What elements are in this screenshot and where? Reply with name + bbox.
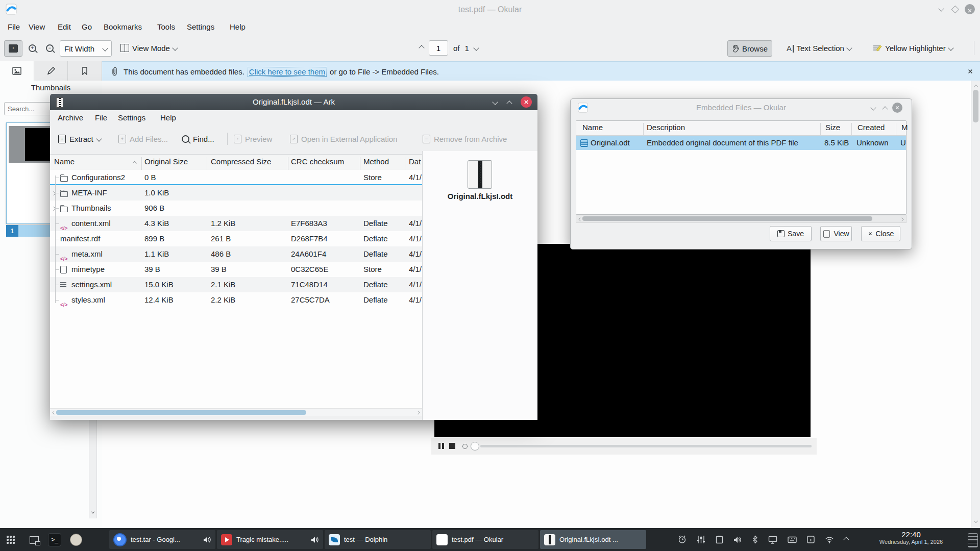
- close-icon[interactable]: [521, 96, 532, 108]
- archive-entry-row[interactable]: Configurations2 0 B Store 4/1/: [50, 170, 422, 185]
- scroll-down-icon[interactable]: [91, 510, 95, 514]
- preview-button[interactable]: ◦ Preview: [234, 132, 272, 146]
- view-mode-button[interactable]: View Mode: [116, 40, 181, 56]
- menu-edit[interactable]: Edit: [58, 22, 71, 31]
- extract-button[interactable]: ↓ Extract: [58, 132, 101, 146]
- archive-entry-row[interactable]: settings.xml 15.0 KiB 2.1 KiB 71C48D14 D…: [50, 277, 422, 292]
- menu-view[interactable]: View: [29, 22, 45, 31]
- dialog-titlebar[interactable]: Embedded Files — Okular: [571, 99, 912, 116]
- scrollbar-thumb[interactable]: [582, 216, 872, 221]
- column-crc[interactable]: CRC checksum: [291, 157, 344, 166]
- tab-bookmarks[interactable]: [68, 61, 102, 81]
- menu-settings[interactable]: Settings: [187, 22, 214, 31]
- archive-entry-row[interactable]: mimetype 39 B 39 B 0C32C65E Store 4/1/: [50, 262, 422, 277]
- scrollbar-thumb[interactable]: [56, 410, 306, 415]
- zoom-in-button[interactable]: +: [24, 40, 40, 56]
- browser-launcher[interactable]: [68, 532, 84, 547]
- dialog-horizontal-scrollbar[interactable]: [576, 215, 906, 223]
- find-button[interactable]: Find...: [182, 132, 214, 146]
- ark-horizontal-scrollbar[interactable]: [50, 408, 422, 416]
- scroll-right-icon[interactable]: [416, 411, 420, 415]
- menu-bookmarks[interactable]: Bookmarks: [104, 22, 142, 31]
- highlighter-tool-button[interactable]: Yellow Highlighter: [869, 40, 957, 56]
- menu-settings[interactable]: Settings: [118, 113, 145, 122]
- sidebar-toggle-button[interactable]: ›: [4, 40, 22, 57]
- view-button[interactable]: View: [820, 226, 852, 241]
- panel-settings-button[interactable]: [968, 533, 978, 547]
- archive-entry-row[interactable]: styles.xml 12.4 KiB 2.2 KiB 27C5C7DA Def…: [50, 292, 422, 308]
- ark-titlebar[interactable]: Original.fLkjsI.odt — Ark: [50, 94, 537, 110]
- close-notification-icon[interactable]: [968, 69, 972, 73]
- close-icon[interactable]: [965, 4, 975, 14]
- text-selection-tool-button[interactable]: A Text Selection: [782, 40, 855, 56]
- audio-mixer-icon[interactable]: [697, 535, 705, 544]
- column-date[interactable]: Dat: [409, 157, 421, 166]
- scroll-left-icon[interactable]: [53, 411, 56, 415]
- pager-button[interactable]: [27, 532, 42, 547]
- menu-tools[interactable]: Tools: [157, 22, 175, 31]
- previous-page-icon[interactable]: [419, 45, 424, 51]
- column-name[interactable]: Name: [54, 157, 75, 166]
- archive-entry-row[interactable]: Thumbnails 906 B: [50, 201, 422, 216]
- taskbar-task-button[interactable]: test — Dolphin: [325, 530, 431, 549]
- menu-go[interactable]: Go: [82, 22, 92, 31]
- taskbar-task-button[interactable]: Original.fLkjsI.odt ...: [540, 530, 646, 549]
- archive-entry-row[interactable]: META-INF 1.0 KiB: [50, 185, 422, 201]
- column-size[interactable]: Size: [825, 123, 840, 132]
- alarm-icon[interactable]: [678, 535, 687, 544]
- menu-help[interactable]: Help: [160, 113, 176, 122]
- scrollbar-thumb[interactable]: [973, 90, 978, 122]
- tab-annotations[interactable]: [34, 61, 68, 81]
- archive-entry-row[interactable]: content.xml 4.3 KiB 1.2 KiB E7F683A3 Def…: [50, 216, 422, 231]
- volume-icon[interactable]: [733, 536, 742, 543]
- remove-from-archive-button[interactable]: − Remove from Archive: [423, 132, 507, 146]
- konsole-launcher[interactable]: >_: [47, 532, 62, 547]
- menu-file[interactable]: File: [95, 113, 107, 122]
- taskbar-task-button[interactable]: Tragic mistake.....: [217, 530, 323, 549]
- page-number-input[interactable]: [429, 40, 448, 56]
- document-scrollbar[interactable]: [971, 81, 980, 528]
- close-button[interactable]: Close: [861, 226, 900, 241]
- audio-playing-icon[interactable]: [203, 536, 211, 543]
- bluetooth-icon[interactable]: [752, 535, 758, 544]
- archive-entry-row[interactable]: meta.xml 1.1 KiB 486 B 24A601F4 Deflate …: [50, 246, 422, 262]
- input-status-icon[interactable]: [807, 536, 815, 543]
- stop-button[interactable]: [449, 442, 455, 451]
- column-method[interactable]: Method: [363, 157, 389, 166]
- audio-playing-icon[interactable]: [311, 536, 319, 543]
- scroll-up-icon[interactable]: [974, 85, 978, 89]
- scroll-right-icon[interactable]: [900, 218, 904, 221]
- menu-file[interactable]: File: [8, 22, 20, 31]
- next-page-icon[interactable]: [473, 45, 479, 51]
- taskbar-task-button[interactable]: test.pdf — Okular: [432, 530, 538, 549]
- video-slider-track[interactable]: [480, 445, 812, 447]
- scroll-down-icon[interactable]: [974, 519, 978, 523]
- menu-archive[interactable]: Archive: [58, 113, 83, 122]
- add-files-button[interactable]: + Add Files...: [118, 132, 168, 146]
- digital-clock[interactable]: 22:40 Wednesday, April 1, 2026: [868, 530, 954, 545]
- taskbar-task-button[interactable]: test.tar - Googl...: [109, 530, 215, 549]
- open-external-button[interactable]: ↗ Open in External Application: [290, 132, 397, 146]
- column-original-size[interactable]: Original Size: [144, 157, 188, 166]
- display-icon[interactable]: [768, 536, 777, 544]
- column-name[interactable]: Name: [582, 123, 603, 132]
- application-launcher-button[interactable]: [3, 532, 18, 547]
- menu-help[interactable]: Help: [230, 22, 246, 31]
- column-modified[interactable]: M: [901, 123, 908, 132]
- scroll-left-icon[interactable]: [579, 218, 582, 221]
- zoom-select[interactable]: Fit Width: [60, 40, 112, 57]
- tray-expand-icon[interactable]: [843, 537, 849, 542]
- keyboard-icon[interactable]: [788, 536, 797, 543]
- tab-thumbnails[interactable]: [0, 61, 34, 81]
- browse-tool-button[interactable]: Browse: [727, 40, 772, 57]
- column-created[interactable]: Created: [857, 123, 885, 132]
- embedded-file-row[interactable]: Original.odt Embedded original document …: [576, 136, 906, 150]
- close-icon[interactable]: [892, 103, 902, 113]
- save-button[interactable]: Save: [770, 226, 812, 241]
- archive-entry-row[interactable]: manifest.rdf 899 B 261 B D268F7B4 Deflat…: [50, 231, 422, 246]
- column-description[interactable]: Description: [647, 123, 685, 132]
- network-icon[interactable]: [825, 536, 834, 543]
- see-embedded-files-link[interactable]: Click here to see them: [248, 67, 327, 77]
- column-compressed-size[interactable]: Compressed Size: [211, 157, 271, 166]
- pause-button[interactable]: [438, 442, 444, 451]
